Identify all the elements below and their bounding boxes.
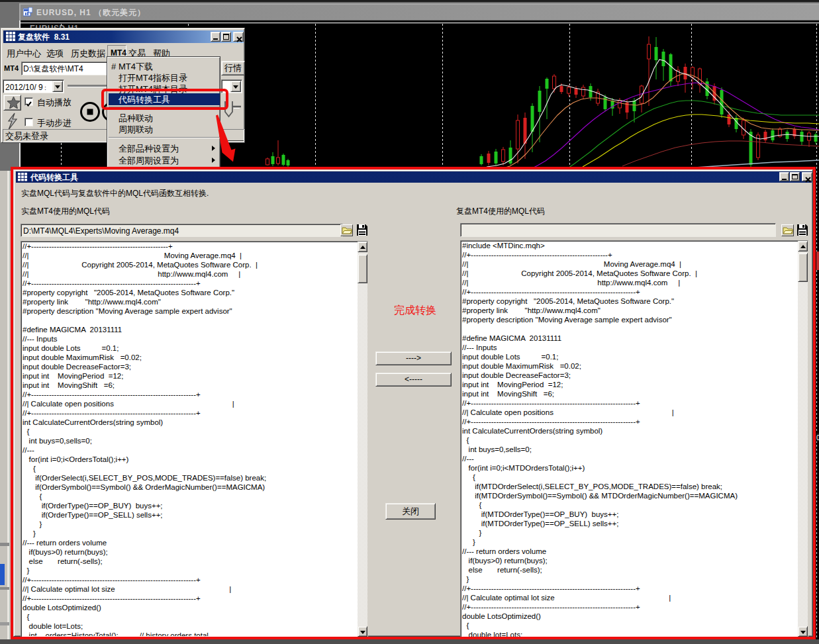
svg-text:0: 0	[816, 434, 819, 442]
